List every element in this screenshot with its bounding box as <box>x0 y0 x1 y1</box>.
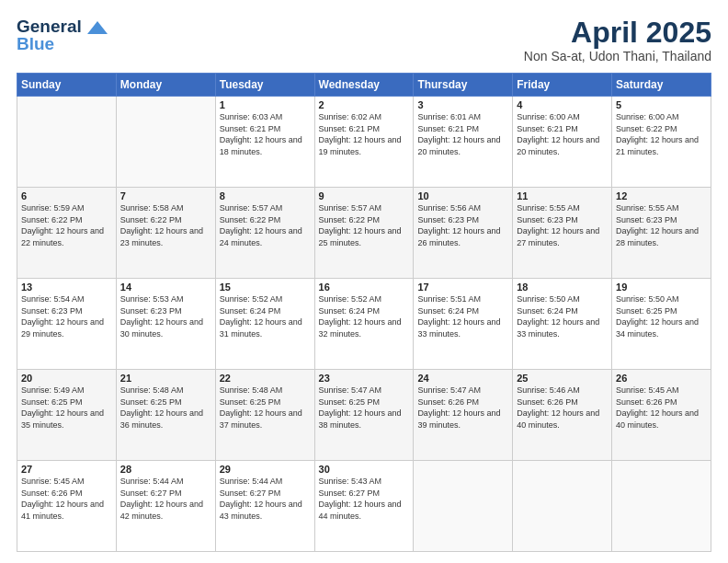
day-number: 4 <box>517 99 608 110</box>
day-info: Sunrise: 6:02 AM Sunset: 6:21 PM Dayligh… <box>319 111 410 157</box>
day-number: 28 <box>120 464 211 475</box>
table-cell: 24Sunrise: 5:47 AM Sunset: 6:26 PM Dayli… <box>414 370 513 461</box>
day-info: Sunrise: 5:51 AM Sunset: 6:24 PM Dayligh… <box>417 293 508 339</box>
day-info: Sunrise: 5:48 AM Sunset: 6:25 PM Dayligh… <box>220 385 311 431</box>
table-cell: 3Sunrise: 6:01 AM Sunset: 6:21 PM Daylig… <box>414 97 513 188</box>
table-cell: 5Sunrise: 6:00 AM Sunset: 6:22 PM Daylig… <box>612 97 711 188</box>
table-cell: 15Sunrise: 5:52 AM Sunset: 6:24 PM Dayli… <box>215 279 314 370</box>
day-info: Sunrise: 5:47 AM Sunset: 6:25 PM Dayligh… <box>319 385 410 431</box>
day-number: 9 <box>319 190 410 201</box>
col-sunday: Sunday <box>17 74 117 97</box>
table-cell: 26Sunrise: 5:45 AM Sunset: 6:26 PM Dayli… <box>612 370 711 461</box>
table-cell: 29Sunrise: 5:44 AM Sunset: 6:27 PM Dayli… <box>215 461 314 552</box>
table-row: 20Sunrise: 5:49 AM Sunset: 6:25 PM Dayli… <box>17 370 711 461</box>
day-number: 29 <box>220 464 311 475</box>
table-cell: 27Sunrise: 5:45 AM Sunset: 6:26 PM Dayli… <box>17 461 117 552</box>
table-cell: 25Sunrise: 5:46 AM Sunset: 6:26 PM Dayli… <box>513 370 612 461</box>
day-info: Sunrise: 5:50 AM Sunset: 6:24 PM Dayligh… <box>517 293 608 339</box>
day-info: Sunrise: 5:46 AM Sunset: 6:26 PM Dayligh… <box>517 385 608 431</box>
calendar-subtitle: Non Sa-at, Udon Thani, Thailand <box>524 49 711 63</box>
day-info: Sunrise: 5:45 AM Sunset: 6:26 PM Dayligh… <box>21 476 112 522</box>
table-cell: 14Sunrise: 5:53 AM Sunset: 6:23 PM Dayli… <box>116 279 215 370</box>
day-info: Sunrise: 5:49 AM Sunset: 6:25 PM Dayligh… <box>21 385 112 431</box>
table-cell: 20Sunrise: 5:49 AM Sunset: 6:25 PM Dayli… <box>17 370 117 461</box>
day-number: 14 <box>120 282 211 293</box>
table-row: 13Sunrise: 5:54 AM Sunset: 6:23 PM Dayli… <box>17 279 711 370</box>
table-cell: 28Sunrise: 5:44 AM Sunset: 6:27 PM Dayli… <box>116 461 215 552</box>
page: General Blue April 2025 Non Sa-at, Udon … <box>0 0 728 563</box>
day-number: 18 <box>517 282 608 293</box>
day-number: 8 <box>220 190 311 201</box>
day-info: Sunrise: 5:48 AM Sunset: 6:25 PM Dayligh… <box>120 385 211 431</box>
table-cell <box>17 97 117 188</box>
day-info: Sunrise: 5:47 AM Sunset: 6:26 PM Dayligh… <box>417 385 508 431</box>
title-block: April 2025 Non Sa-at, Udon Thani, Thaila… <box>524 17 711 63</box>
table-cell <box>116 97 215 188</box>
day-number: 17 <box>417 282 508 293</box>
day-number: 20 <box>21 373 112 384</box>
day-info: Sunrise: 5:58 AM Sunset: 6:22 PM Dayligh… <box>120 202 211 248</box>
day-number: 19 <box>616 282 707 293</box>
day-number: 22 <box>220 373 311 384</box>
day-number: 13 <box>21 282 112 293</box>
table-cell: 12Sunrise: 5:55 AM Sunset: 6:23 PM Dayli… <box>612 188 711 279</box>
day-info: Sunrise: 5:43 AM Sunset: 6:27 PM Dayligh… <box>319 476 410 522</box>
day-number: 2 <box>319 99 410 110</box>
table-cell: 8Sunrise: 5:57 AM Sunset: 6:22 PM Daylig… <box>215 188 314 279</box>
table-cell: 30Sunrise: 5:43 AM Sunset: 6:27 PM Dayli… <box>314 461 414 552</box>
col-friday: Friday <box>513 74 612 97</box>
table-cell <box>513 461 612 552</box>
day-number: 3 <box>417 99 508 110</box>
day-info: Sunrise: 5:53 AM Sunset: 6:23 PM Dayligh… <box>120 293 211 339</box>
day-number: 12 <box>616 190 707 201</box>
day-number: 27 <box>21 464 112 475</box>
day-info: Sunrise: 5:57 AM Sunset: 6:22 PM Dayligh… <box>319 202 410 248</box>
day-info: Sunrise: 5:52 AM Sunset: 6:24 PM Dayligh… <box>220 293 311 339</box>
day-number: 10 <box>417 190 508 201</box>
col-wednesday: Wednesday <box>314 74 414 97</box>
day-number: 5 <box>616 99 707 110</box>
table-cell: 16Sunrise: 5:52 AM Sunset: 6:24 PM Dayli… <box>314 279 414 370</box>
day-number: 25 <box>517 373 608 384</box>
table-row: 6Sunrise: 5:59 AM Sunset: 6:22 PM Daylig… <box>17 188 711 279</box>
svg-marker-0 <box>87 21 108 34</box>
day-info: Sunrise: 6:03 AM Sunset: 6:21 PM Dayligh… <box>220 111 311 157</box>
day-info: Sunrise: 5:45 AM Sunset: 6:26 PM Dayligh… <box>616 385 707 431</box>
day-number: 30 <box>319 464 410 475</box>
logo: General Blue <box>17 17 108 54</box>
calendar-title: April 2025 <box>524 17 711 49</box>
day-number: 15 <box>220 282 311 293</box>
col-monday: Monday <box>116 74 215 97</box>
table-cell: 22Sunrise: 5:48 AM Sunset: 6:25 PM Dayli… <box>215 370 314 461</box>
day-number: 6 <box>21 190 112 201</box>
table-row: 1Sunrise: 6:03 AM Sunset: 6:21 PM Daylig… <box>17 97 711 188</box>
table-cell: 17Sunrise: 5:51 AM Sunset: 6:24 PM Dayli… <box>414 279 513 370</box>
table-cell: 7Sunrise: 5:58 AM Sunset: 6:22 PM Daylig… <box>116 188 215 279</box>
col-tuesday: Tuesday <box>215 74 314 97</box>
table-cell: 6Sunrise: 5:59 AM Sunset: 6:22 PM Daylig… <box>17 188 117 279</box>
day-info: Sunrise: 6:01 AM Sunset: 6:21 PM Dayligh… <box>417 111 508 157</box>
day-number: 11 <box>517 190 608 201</box>
day-number: 23 <box>319 373 410 384</box>
day-info: Sunrise: 6:00 AM Sunset: 6:22 PM Dayligh… <box>616 111 707 157</box>
logo-icon <box>87 21 108 34</box>
day-number: 24 <box>417 373 508 384</box>
table-cell: 13Sunrise: 5:54 AM Sunset: 6:23 PM Dayli… <box>17 279 117 370</box>
day-info: Sunrise: 5:59 AM Sunset: 6:22 PM Dayligh… <box>21 202 112 248</box>
logo-blue: Blue <box>17 35 54 54</box>
table-cell: 1Sunrise: 6:03 AM Sunset: 6:21 PM Daylig… <box>215 97 314 188</box>
day-number: 21 <box>120 373 211 384</box>
day-info: Sunrise: 5:52 AM Sunset: 6:24 PM Dayligh… <box>319 293 410 339</box>
col-thursday: Thursday <box>414 74 513 97</box>
header: General Blue April 2025 Non Sa-at, Udon … <box>17 17 711 63</box>
day-number: 26 <box>616 373 707 384</box>
table-cell: 4Sunrise: 6:00 AM Sunset: 6:21 PM Daylig… <box>513 97 612 188</box>
col-saturday: Saturday <box>612 74 711 97</box>
table-cell: 23Sunrise: 5:47 AM Sunset: 6:25 PM Dayli… <box>314 370 414 461</box>
table-cell: 2Sunrise: 6:02 AM Sunset: 6:21 PM Daylig… <box>314 97 414 188</box>
day-info: Sunrise: 5:50 AM Sunset: 6:25 PM Dayligh… <box>616 293 707 339</box>
table-cell: 18Sunrise: 5:50 AM Sunset: 6:24 PM Dayli… <box>513 279 612 370</box>
day-info: Sunrise: 5:55 AM Sunset: 6:23 PM Dayligh… <box>616 202 707 248</box>
day-info: Sunrise: 5:44 AM Sunset: 6:27 PM Dayligh… <box>120 476 211 522</box>
day-info: Sunrise: 5:44 AM Sunset: 6:27 PM Dayligh… <box>220 476 311 522</box>
